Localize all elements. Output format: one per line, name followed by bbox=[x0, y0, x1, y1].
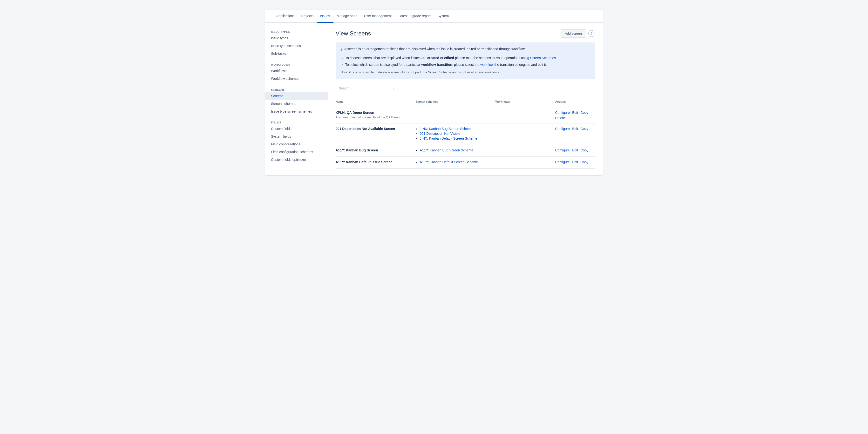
search-icon: ⌕ bbox=[393, 86, 395, 90]
sidebar-item-workflow-schemes[interactable]: Workflow schemes bbox=[265, 75, 328, 83]
info-box: ℹ A screen is an arrangement of fields t… bbox=[336, 42, 595, 79]
row-name-1: XPLN: QA Demo Screen bbox=[336, 111, 413, 115]
sidebar-item-issue-type-schemes[interactable]: Issue type schemes bbox=[265, 42, 328, 50]
action-configure-3[interactable]: Configure bbox=[555, 148, 570, 152]
info-note: Note: it is only possible to delete a sc… bbox=[340, 70, 590, 75]
list-item: 001 Description Not Visible bbox=[420, 132, 493, 135]
table-header: Name Screen schemes Workflows Actions bbox=[336, 97, 595, 107]
row-name-4: A11Y: Kanban Default Issue Screen bbox=[336, 160, 413, 164]
info-bullet-2: To select which screen is displayed for … bbox=[345, 62, 590, 67]
sidebar: Issue Types Issue types Issue type schem… bbox=[265, 23, 328, 175]
workflow-link[interactable]: workflow bbox=[480, 63, 493, 66]
help-icon[interactable]: ? bbox=[588, 30, 595, 37]
cell-schemes-3: A11Y: Kanban Bug Screen Scheme bbox=[415, 148, 495, 153]
nav-item-system[interactable]: System bbox=[434, 10, 452, 23]
sidebar-item-custom-fields-optimizer[interactable]: Custom fields optimizer bbox=[265, 156, 328, 163]
scheme-link-jinx-default[interactable]: JINX: Kanban Default Screen Scheme bbox=[420, 136, 477, 140]
cell-name-3: A11Y: Kanban Bug Screen bbox=[336, 148, 415, 152]
table-row: A11Y: Kanban Default Issue Screen A11Y: … bbox=[336, 157, 595, 168]
info-bullet-1: To choose screens that are displayed whe… bbox=[345, 55, 590, 61]
scheme-list-3: A11Y: Kanban Bug Screen Scheme bbox=[415, 148, 493, 152]
nav-item-manage-apps[interactable]: Manage apps bbox=[334, 10, 361, 23]
header-actions: Actions bbox=[555, 99, 595, 105]
info-box-main-text: A screen is an arrangement of fields tha… bbox=[344, 46, 525, 52]
table-row: A11Y: Kanban Bug Screen A11Y: Kanban Bug… bbox=[336, 145, 595, 157]
header-screen-schemes: Screen schemes bbox=[415, 99, 495, 105]
scheme-link-jinx-bug[interactable]: JINX: Kanban Bug Screen Scheme bbox=[420, 127, 472, 131]
sidebar-section-screens: Screens bbox=[265, 86, 328, 92]
nav-item-projects[interactable]: Projects bbox=[298, 10, 317, 23]
cell-schemes-4: A11Y: Kanban Default Screen Scheme bbox=[415, 160, 495, 165]
search-input[interactable] bbox=[339, 86, 393, 90]
action-edit-4[interactable]: Edit bbox=[572, 160, 578, 164]
list-item: A11Y: Kanban Default Screen Scheme bbox=[420, 160, 493, 164]
header-workflows: Workflows bbox=[495, 99, 555, 105]
sidebar-item-system-fields[interactable]: System fields bbox=[265, 133, 328, 140]
sidebar-item-sub-tasks[interactable]: Sub-tasks bbox=[265, 50, 328, 57]
info-box-list: To choose screens that are displayed whe… bbox=[340, 55, 590, 67]
scheme-list-4: A11Y: Kanban Default Screen Scheme bbox=[415, 160, 493, 164]
info-circle-icon: ℹ bbox=[340, 46, 342, 53]
row-name-2: 001 Description Not Available Screen bbox=[336, 127, 413, 131]
main-container: Applications Projects Issues Manage apps… bbox=[265, 10, 603, 175]
screen-schemes-link[interactable]: Screen Schemes bbox=[530, 56, 556, 60]
sidebar-item-workflows[interactable]: Workflows bbox=[265, 67, 328, 75]
scheme-link-a11y-bug[interactable]: A11Y: Kanban Bug Screen Scheme bbox=[420, 148, 473, 152]
cell-name-1: XPLN: QA Demo Screen A screen to record … bbox=[336, 111, 415, 119]
info-box-header: ℹ A screen is an arrangement of fields t… bbox=[340, 46, 590, 53]
sidebar-item-field-configurations[interactable]: Field configurations bbox=[265, 140, 328, 148]
scheme-link-001-desc[interactable]: 001 Description Not Visible bbox=[420, 132, 460, 135]
table-row: XPLN: QA Demo Screen A screen to record … bbox=[336, 107, 595, 123]
cell-actions-2: Configure Edit Copy bbox=[555, 127, 595, 131]
sidebar-section-issue-types: Issue Types bbox=[265, 28, 328, 34]
cell-actions-4: Configure Edit Copy bbox=[555, 160, 595, 164]
action-delete-1[interactable]: Delete bbox=[555, 116, 565, 120]
top-nav: Applications Projects Issues Manage apps… bbox=[265, 10, 603, 23]
list-item: A11Y: Kanban Bug Screen Scheme bbox=[420, 148, 493, 152]
action-configure-1[interactable]: Configure bbox=[555, 111, 570, 115]
content-layout: Issue Types Issue types Issue type schem… bbox=[265, 23, 603, 175]
action-edit-2[interactable]: Edit bbox=[572, 127, 578, 131]
row-desc-1: A screen to record the results of the QA… bbox=[336, 116, 413, 119]
nav-item-issues[interactable]: Issues bbox=[317, 10, 333, 23]
nav-item-user-management[interactable]: User management bbox=[361, 10, 395, 23]
scheme-list-2: JINX: Kanban Bug Screen Scheme 001 Descr… bbox=[415, 127, 493, 140]
cell-name-2: 001 Description Not Available Screen bbox=[336, 127, 415, 131]
sidebar-item-screen-schemes[interactable]: Screen schemes bbox=[265, 100, 328, 107]
action-edit-1[interactable]: Edit bbox=[572, 111, 578, 115]
list-item: JINX: Kanban Bug Screen Scheme bbox=[420, 127, 493, 131]
sidebar-item-screens[interactable]: Screens bbox=[265, 92, 328, 100]
action-edit-3[interactable]: Edit bbox=[572, 148, 578, 152]
action-copy-2[interactable]: Copy bbox=[580, 127, 588, 131]
table-container: Name Screen schemes Workflows Actions XP… bbox=[336, 97, 595, 168]
sidebar-item-field-configuration-schemes[interactable]: Field configuration schemes bbox=[265, 148, 328, 156]
action-configure-2[interactable]: Configure bbox=[555, 127, 570, 131]
list-item: JINX: Kanban Default Screen Scheme bbox=[420, 136, 493, 140]
sidebar-item-issue-types[interactable]: Issue types bbox=[265, 34, 328, 42]
scheme-link-a11y-default[interactable]: A11Y: Kanban Default Screen Scheme bbox=[420, 160, 478, 164]
page-title: View Screens bbox=[336, 30, 371, 37]
add-screen-button[interactable]: Add screen bbox=[561, 29, 586, 38]
action-copy-4[interactable]: Copy bbox=[580, 160, 588, 164]
action-copy-3[interactable]: Copy bbox=[580, 148, 588, 152]
header-name: Name bbox=[336, 99, 415, 105]
nav-item-applications[interactable]: Applications bbox=[273, 10, 298, 23]
action-copy-1[interactable]: Copy bbox=[580, 111, 588, 115]
sidebar-item-issue-type-screen-schemes[interactable]: Issue type screen schemes bbox=[265, 107, 328, 115]
row-name-3: A11Y: Kanban Bug Screen bbox=[336, 148, 413, 152]
cell-name-4: A11Y: Kanban Default Issue Screen bbox=[336, 160, 415, 164]
header-actions: Add screen ? bbox=[561, 29, 595, 38]
sidebar-section-fields: Fields bbox=[265, 119, 328, 125]
cell-actions-1: Configure Edit Copy Delete bbox=[555, 111, 595, 120]
search-bar: ⌕ bbox=[336, 85, 398, 92]
cell-actions-3: Configure Edit Copy bbox=[555, 148, 595, 152]
page-header: View Screens Add screen ? bbox=[336, 29, 595, 38]
sidebar-section-workflows: Workflows bbox=[265, 61, 328, 67]
sidebar-item-custom-fields[interactable]: Custom fields bbox=[265, 125, 328, 133]
cell-schemes-2: JINX: Kanban Bug Screen Scheme 001 Descr… bbox=[415, 127, 495, 141]
action-configure-4[interactable]: Configure bbox=[555, 160, 570, 164]
table-row: 001 Description Not Available Screen JIN… bbox=[336, 123, 595, 145]
nav-item-latest-upgrade-report[interactable]: Latest upgrade report bbox=[395, 10, 434, 23]
main-content: View Screens Add screen ? ℹ A screen is … bbox=[328, 23, 603, 175]
